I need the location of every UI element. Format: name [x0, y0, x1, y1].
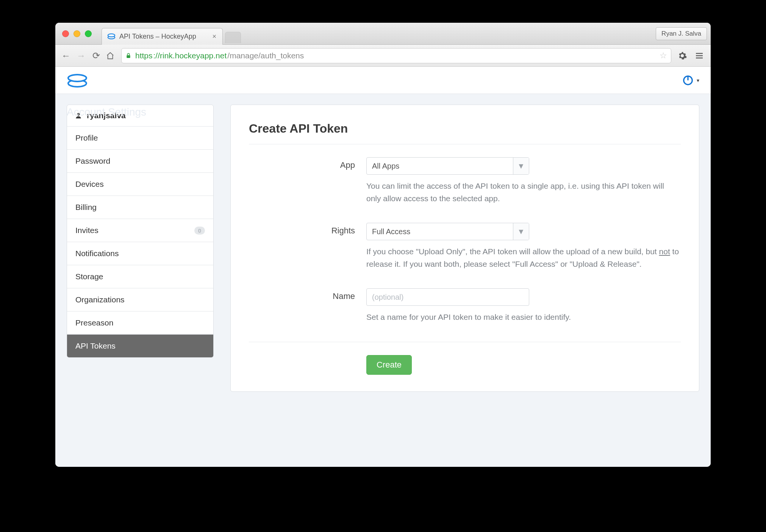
app-help-text: You can limit the access of the API toke…: [366, 180, 681, 205]
sidebar-item-label: Password: [75, 156, 110, 166]
name-input[interactable]: [366, 288, 529, 306]
sidebar-item-organizations[interactable]: Organizations: [67, 288, 213, 311]
page-body: ▾ Account Settings ryanjsalva ProfilePas…: [55, 67, 711, 467]
account-menu-button[interactable]: ▾: [682, 75, 699, 86]
rights-select-value: Full Access: [367, 223, 513, 240]
sidebar-item-label: Organizations: [75, 295, 125, 304]
svg-rect-2: [127, 55, 130, 58]
sidebar-item-profile[interactable]: Profile: [67, 127, 213, 150]
tab-title: API Tokens – HockeyApp: [119, 33, 196, 41]
home-button[interactable]: [106, 52, 117, 60]
sidebar-item-preseason[interactable]: Preseason: [67, 311, 213, 335]
divider: [249, 144, 681, 144]
sidebar-item-label: Devices: [75, 180, 104, 189]
sidebar-item-label: Invites: [75, 226, 98, 235]
lock-icon: [125, 52, 131, 59]
sidebar-item-invites[interactable]: Invites0: [67, 219, 213, 242]
rights-label: Rights: [249, 223, 366, 270]
window-close-button[interactable]: [62, 30, 69, 37]
address-bar[interactable]: https ://rink.hockeyapp.net /manage/auth…: [121, 48, 671, 63]
caret-down-icon: ▼: [513, 223, 529, 240]
traffic-lights: [62, 30, 92, 37]
reload-button[interactable]: ⟳: [91, 51, 102, 60]
rights-select[interactable]: Full Access ▼: [366, 223, 529, 240]
form-row-rights: Rights Full Access ▼ If you choose "Uplo…: [249, 223, 681, 270]
window-titlebar: API Tokens – HockeyApp × Ryan J. Salva: [55, 23, 711, 45]
app-header: ▾: [55, 67, 711, 94]
sidebar-item-label: Notifications: [75, 249, 119, 258]
settings-sidebar: ryanjsalva ProfilePasswordDevicesBilling…: [67, 105, 214, 358]
chrome-user-chip[interactable]: Ryan J. Salva: [656, 27, 707, 40]
browser-window: API Tokens – HockeyApp × Ryan J. Salva ←…: [55, 23, 711, 467]
panel-heading: Create API Token: [249, 122, 681, 136]
svg-point-1: [108, 34, 115, 37]
url-path: /manage/auth_tokens: [227, 51, 304, 60]
window-zoom-button[interactable]: [85, 30, 92, 37]
browser-toolbar: ← → ⟳ https ://rink.hockeyapp.net /manag…: [55, 45, 711, 67]
svg-point-7: [68, 75, 86, 81]
page-subtitle-faint: Account Settings: [67, 106, 146, 118]
sidebar-item-api-tokens[interactable]: API Tokens: [67, 335, 213, 357]
hockeyapp-logo-icon: [67, 72, 88, 88]
settings-gear-icon[interactable]: [676, 51, 689, 61]
new-tab-button[interactable]: [225, 32, 241, 43]
sidebar-item-label: Preseason: [75, 318, 113, 327]
caret-down-icon: ▾: [697, 77, 699, 83]
app-select[interactable]: All Apps ▼: [366, 157, 529, 175]
main-panel: Create API Token App All Apps ▼ You can …: [230, 105, 699, 392]
rights-help-text: If you choose "Upload Only", the API tok…: [366, 246, 681, 270]
caret-down-icon: ▼: [513, 158, 529, 174]
bookmark-star-icon[interactable]: ☆: [660, 51, 667, 61]
sidebar-item-storage[interactable]: Storage: [67, 265, 213, 288]
hockeyapp-favicon-icon: [107, 32, 116, 41]
app-label: App: [249, 157, 366, 205]
sidebar-item-label: Storage: [75, 272, 103, 281]
name-help-text: Set a name for your API token to make it…: [366, 311, 681, 324]
sidebar-item-label: Billing: [75, 203, 97, 212]
forward-button[interactable]: →: [76, 51, 86, 60]
sidebar-item-billing[interactable]: Billing: [67, 196, 213, 219]
form-row-name: Name Set a name for your API token to ma…: [249, 288, 681, 324]
sidebar-badge: 0: [194, 227, 205, 235]
url-host: ://rink.hockeyapp.net: [153, 51, 227, 60]
form-actions: Create: [249, 355, 681, 375]
rights-help-pre: If you choose "Upload Only", the API tok…: [366, 247, 659, 256]
sidebar-item-label: Profile: [75, 133, 98, 142]
power-icon: [682, 75, 694, 86]
url-scheme: https: [135, 51, 153, 60]
browser-tab[interactable]: API Tokens – HockeyApp ×: [102, 28, 223, 45]
create-button[interactable]: Create: [366, 355, 412, 375]
divider: [249, 342, 681, 342]
tab-close-button[interactable]: ×: [211, 33, 218, 41]
sidebar-item-label: API Tokens: [75, 341, 116, 350]
chrome-menu-icon[interactable]: [693, 51, 705, 60]
window-minimize-button[interactable]: [73, 30, 80, 37]
sidebar-item-notifications[interactable]: Notifications: [67, 242, 213, 265]
back-button[interactable]: ←: [61, 51, 71, 60]
form-row-app: App All Apps ▼ You can limit the access …: [249, 157, 681, 205]
name-label: Name: [249, 288, 366, 324]
sidebar-item-password[interactable]: Password: [67, 150, 213, 173]
app-select-value: All Apps: [367, 158, 513, 174]
sidebar-item-devices[interactable]: Devices: [67, 173, 213, 196]
rights-help-underlined: not: [659, 247, 670, 256]
